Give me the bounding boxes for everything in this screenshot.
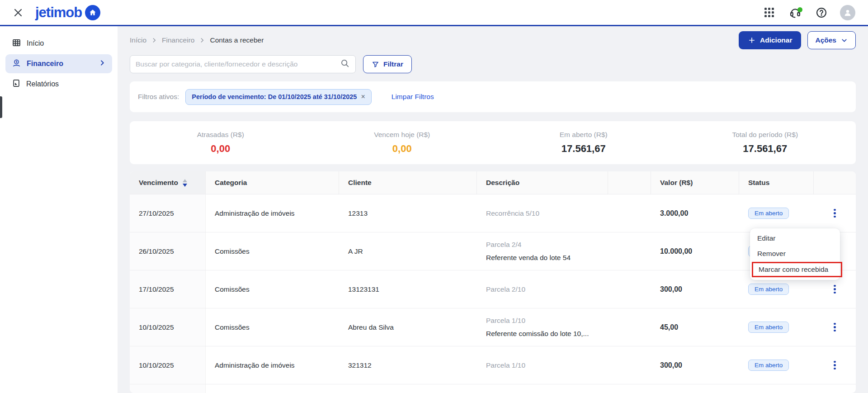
cell-valor: 3.000,00: [651, 194, 739, 232]
status-badge: Em aberto: [748, 208, 789, 219]
status-badge: Em aberto: [748, 284, 789, 295]
column-header-categoria: Categoria: [206, 171, 339, 194]
cell-descricao: Recorrência 5/10: [477, 194, 608, 232]
chip-close-icon[interactable]: ×: [361, 93, 365, 101]
column-header-status: Status: [739, 171, 814, 194]
grid-icon: [12, 38, 21, 49]
sidebar: Início $ Financeiro Relatórios: [0, 26, 118, 393]
topbar: jetimob: [0, 0, 868, 26]
active-filters-label: Filtros ativos:: [138, 93, 179, 101]
column-header-valor: Valor (R$): [651, 171, 739, 194]
table-row-partial: [130, 384, 856, 393]
report-icon: [12, 79, 21, 90]
sidebar-item-label: Relatórios: [26, 80, 59, 88]
breadcrumb-financeiro[interactable]: Financeiro: [162, 36, 194, 44]
table-row: 10/10/2025 Administração de imóveis 3213…: [130, 346, 856, 384]
chevron-down-icon: [840, 37, 848, 44]
cell-vencimento: 10/10/2025: [130, 346, 206, 384]
cell-categoria: Comissões: [206, 270, 339, 308]
cell-vencimento: 10/10/2025: [130, 308, 206, 346]
add-button[interactable]: Adicionar: [739, 31, 801, 49]
online-status-dot: [797, 7, 802, 12]
column-header-cliente: Cliente: [339, 171, 477, 194]
status-badge: Em aberto: [748, 360, 789, 371]
menu-item-marcar-como-recebida[interactable]: Marcar como recebida: [752, 262, 842, 277]
cell-vencimento: 17/10/2025: [130, 270, 206, 308]
close-icon[interactable]: [13, 7, 24, 18]
cell-descricao: Parcela 2/4 Referente venda do lote 54: [477, 232, 608, 270]
cell-cliente: 321312: [339, 346, 477, 384]
help-icon[interactable]: [814, 5, 829, 20]
filter-button[interactable]: Filtrar: [363, 55, 412, 73]
chevron-separator-icon: [199, 37, 205, 43]
cell-cliente: 13123131: [339, 270, 477, 308]
receivables-table: Vencimento Categoria Cliente Descrição V…: [130, 171, 856, 393]
search-icon[interactable]: [340, 58, 350, 70]
stat-atrasadas: Atrasadas (R$) 0,00: [130, 131, 311, 155]
cell-categoria: Comissões: [206, 308, 339, 346]
row-menu-kebab-icon[interactable]: [831, 320, 839, 335]
search-box: [130, 55, 356, 73]
table-row: 26/10/2025 Comissões A JR Parcela 2/4 Re…: [130, 232, 856, 270]
jetimob-wordmark: jetimob: [35, 5, 82, 21]
cell-cliente: Abreu da Silva: [339, 308, 477, 346]
row-menu-kebab-icon[interactable]: [831, 358, 839, 373]
cell-descricao: Parcela 2/10: [477, 270, 608, 308]
cell-valor: 10.000,00: [651, 232, 739, 270]
sidebar-item-label: Financeiro: [27, 60, 63, 68]
jetimob-logo[interactable]: jetimob: [35, 5, 100, 21]
cell-valor: 300,00: [651, 346, 739, 384]
column-header-vencimento[interactable]: Vencimento: [130, 171, 206, 194]
table-row: 10/10/2025 Comissões Abreu da Silva Parc…: [130, 308, 856, 346]
profile-avatar[interactable]: [840, 5, 855, 20]
column-header-descricao: Descrição: [477, 171, 608, 194]
row-context-menu: Editar Remover Marcar como recebida: [750, 228, 840, 280]
cell-cliente: A JR: [339, 232, 477, 270]
column-header-spacer: [608, 171, 651, 194]
menu-item-editar[interactable]: Editar: [750, 231, 840, 246]
cell-categoria: Administração de imóveis: [206, 194, 339, 232]
home-icon: [85, 5, 100, 20]
cell-vencimento: 26/10/2025: [130, 232, 206, 270]
cell-descricao: Parcela 1/10 Referente comissão do lote …: [477, 308, 608, 346]
sidebar-item-financeiro[interactable]: $ Financeiro: [5, 54, 112, 73]
main-content: Início Financeiro Contas a receber Adici…: [118, 26, 868, 393]
apps-grid-glyph: [764, 8, 774, 17]
row-menu-kebab-icon[interactable]: [831, 282, 839, 297]
sidebar-item-inicio[interactable]: Início: [5, 34, 112, 53]
chevron-separator-icon: [151, 37, 157, 43]
summary-stats: Atrasadas (R$) 0,00 Vencem hoje (R$) 0,0…: [130, 121, 856, 164]
search-input[interactable]: [136, 60, 340, 68]
status-badge: Em aberto: [748, 322, 789, 333]
cell-categoria: Comissões: [206, 232, 339, 270]
cell-categoria: Administração de imóveis: [206, 346, 339, 384]
cell-valor: 300,00: [651, 270, 739, 308]
support-headset-icon[interactable]: [788, 5, 803, 20]
finance-icon: $: [12, 58, 21, 70]
filter-chip[interactable]: Período de vencimento: De 01/10/2025 até…: [185, 89, 371, 105]
sidebar-item-relatorios[interactable]: Relatórios: [5, 75, 112, 94]
stat-em-aberto: Em aberto (R$) 17.561,67: [493, 131, 675, 155]
breadcrumb-inicio[interactable]: Início: [130, 36, 146, 44]
stat-total-periodo: Total do período (R$) 17.561,67: [675, 131, 856, 155]
active-filters-bar: Filtros ativos: Período de vencimento: D…: [130, 81, 856, 112]
menu-item-remover[interactable]: Remover: [750, 246, 840, 261]
actions-dropdown-button[interactable]: Ações: [807, 31, 856, 49]
apps-grid-icon[interactable]: [761, 5, 777, 20]
clear-filters-link[interactable]: Limpar Filtros: [392, 93, 434, 101]
plus-icon: [748, 36, 756, 44]
stat-vencem-hoje: Vencem hoje (R$) 0,00: [311, 131, 493, 155]
cell-vencimento: 27/10/2025: [130, 194, 206, 232]
breadcrumb-current: Contas a receber: [210, 36, 264, 44]
sort-icon[interactable]: [183, 179, 187, 187]
cell-descricao: Parcela 1/10: [477, 346, 608, 384]
cell-cliente: 12313: [339, 194, 477, 232]
funnel-icon: [372, 61, 379, 68]
sidebar-item-label: Início: [27, 39, 44, 47]
row-menu-kebab-icon[interactable]: [831, 206, 839, 221]
cell-valor: 45,00: [651, 308, 739, 346]
chevron-right-icon: [99, 59, 106, 68]
sidebar-scroll-indicator: [0, 96, 2, 118]
table-row: 27/10/2025 Administração de imóveis 1231…: [130, 194, 856, 232]
column-header-actions: [814, 171, 856, 194]
